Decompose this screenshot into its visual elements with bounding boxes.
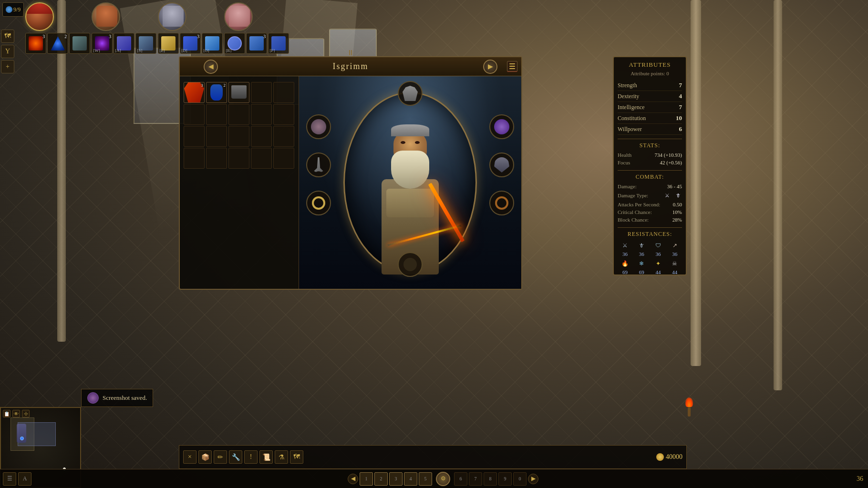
equip-slot-mainhand[interactable] bbox=[306, 152, 331, 177]
minimap-btn-1[interactable]: 📋 bbox=[3, 410, 10, 417]
skill-slot-4-3[interactable]: [F] bbox=[268, 33, 289, 54]
skill-slot-2-3[interactable]: [S] bbox=[135, 33, 156, 54]
char-nav-left[interactable]: ◀ bbox=[204, 60, 218, 74]
skill-slot-3-1[interactable]: [E] bbox=[158, 33, 179, 54]
hotbar-slot-4[interactable]: 4 bbox=[404, 472, 417, 486]
inv-slot-18[interactable] bbox=[228, 148, 249, 169]
ring-icon-2 bbox=[495, 196, 508, 210]
panel-top-ornament: ⏸ bbox=[347, 49, 354, 57]
skill-slot-4-1[interactable]: [R] bbox=[224, 33, 245, 54]
inv-slot-2[interactable]: 2 bbox=[206, 82, 227, 103]
inv-slot-7[interactable] bbox=[206, 104, 227, 125]
action-btn-chest[interactable]: 📦 bbox=[198, 450, 212, 464]
skills-row-2: 3 [W] [A] [S] bbox=[92, 33, 156, 54]
list-line-3 bbox=[509, 68, 515, 69]
combat-title: COMBAT: bbox=[618, 170, 682, 181]
resist-slash-val: 36 bbox=[622, 251, 628, 257]
hotbar-slot-3[interactable]: 3 bbox=[389, 472, 403, 486]
resist-lightning-val: 44 bbox=[655, 269, 661, 275]
skill-slot-3-3[interactable]: [O] bbox=[202, 33, 223, 54]
action-btn-sort[interactable]: 🔧 bbox=[229, 450, 242, 464]
item-count-1: 3 bbox=[201, 83, 204, 88]
action-btn-exclaim[interactable]: ! bbox=[244, 450, 258, 464]
skill-key-3-1: [E] bbox=[159, 48, 165, 53]
resist-lightning: ✦ 44 bbox=[653, 259, 663, 275]
hotbar-slot-1[interactable]: 1 bbox=[360, 472, 373, 486]
hotbar-menu-btn[interactable]: ☰ bbox=[3, 472, 16, 486]
portrait-4[interactable] bbox=[224, 2, 253, 31]
inv-slot-19[interactable] bbox=[251, 148, 272, 169]
equip-slot-boots[interactable] bbox=[398, 252, 423, 277]
equip-slot-helm[interactable] bbox=[398, 81, 423, 106]
minimap-btn-3[interactable]: ☩ bbox=[22, 410, 30, 417]
skill-slot-1-3[interactable] bbox=[69, 33, 90, 54]
inv-slot-6[interactable] bbox=[184, 104, 205, 125]
hotbar-char-btn[interactable]: A bbox=[18, 472, 31, 486]
skill-slot-1-2[interactable]: 2 bbox=[47, 33, 68, 54]
hotbar-slot-5[interactable]: 5 bbox=[419, 472, 432, 486]
inv-slot-5[interactable] bbox=[273, 82, 294, 103]
hotbar-slot-2[interactable]: 2 bbox=[374, 472, 388, 486]
inv-slot-9[interactable] bbox=[251, 104, 272, 125]
portrait-3[interactable] bbox=[158, 2, 186, 31]
inv-slot-14[interactable] bbox=[251, 126, 272, 147]
stat-constitution: Constitution 10 bbox=[618, 113, 682, 124]
minimap-item-icon bbox=[13, 420, 30, 446]
skill-slot-3-2[interactable]: 3 [D] bbox=[180, 33, 201, 54]
action-btn-map[interactable]: 🗺 bbox=[290, 450, 303, 464]
strength-value: 7 bbox=[679, 81, 682, 89]
equip-slot-ring1[interactable] bbox=[306, 191, 331, 215]
inv-slot-8[interactable] bbox=[228, 104, 249, 125]
hotbar-slot-7[interactable]: 7 bbox=[469, 472, 482, 486]
skill-slot-1-1[interactable]: 3 bbox=[25, 33, 46, 54]
hotbar-center-btn[interactable]: ⚙ bbox=[436, 472, 450, 486]
inv-slot-12[interactable] bbox=[206, 126, 227, 147]
resist-arrow: ↗ 36 bbox=[670, 241, 680, 257]
equip-slot-offhand[interactable] bbox=[489, 152, 514, 177]
bottom-hotbar: ☰ A ◀ 1 2 3 4 5 ⚙ 6 7 8 9 0 ▶ 36 bbox=[0, 469, 868, 488]
action-btn-edit[interactable]: ✏ bbox=[214, 450, 227, 464]
skill-slot-2-1[interactable]: 3 [W] bbox=[92, 33, 113, 54]
inv-slot-17[interactable] bbox=[206, 148, 227, 169]
dwarf-eye-right bbox=[415, 141, 420, 144]
resist-fire: 🔥 69 bbox=[620, 259, 630, 275]
ap-icon bbox=[6, 6, 12, 13]
skill-slot-2-2[interactable]: [A] bbox=[114, 33, 134, 54]
hotbar-nav-right[interactable]: ▶ bbox=[528, 474, 538, 484]
resist-title: RESISTANCES: bbox=[618, 227, 682, 238]
hotbar-slot-9[interactable]: 9 bbox=[498, 472, 512, 486]
hotbar-slot-8[interactable]: 8 bbox=[484, 472, 497, 486]
dexterity-value: 4 bbox=[679, 92, 682, 100]
inv-slot-15[interactable] bbox=[273, 126, 294, 147]
equip-slot-ring2[interactable] bbox=[489, 191, 514, 215]
equip-slot-shoulders[interactable] bbox=[489, 114, 514, 139]
hotbar-slot-0[interactable]: 0 bbox=[513, 472, 527, 486]
inv-slot-16[interactable] bbox=[184, 148, 205, 169]
inv-slot-13[interactable] bbox=[228, 126, 249, 147]
list-icon[interactable] bbox=[507, 61, 517, 71]
inv-slot-1[interactable]: 3 bbox=[184, 82, 205, 103]
portrait-2[interactable] bbox=[92, 2, 120, 31]
inv-slot-3[interactable] bbox=[228, 82, 249, 103]
minimap-btn-2[interactable]: 👁 bbox=[12, 410, 20, 417]
inv-slot-4[interactable] bbox=[251, 82, 272, 103]
portrait-1[interactable] bbox=[25, 2, 54, 31]
equip-slot-amulet[interactable] bbox=[306, 114, 331, 139]
char-panel-header: ◀ ⏸ Isgrimm ▶ × bbox=[180, 57, 521, 76]
skill-key-2-3: [S] bbox=[137, 48, 142, 53]
minimap-player-marker bbox=[20, 437, 24, 440]
inv-slot-11[interactable] bbox=[184, 126, 205, 147]
action-btn-potion[interactable]: ⚗ bbox=[275, 450, 288, 464]
hotbar-right: 36 bbox=[852, 475, 868, 483]
skill-slot-4-2[interactable]: 3 bbox=[246, 33, 267, 54]
hotbar-slot-6[interactable]: 6 bbox=[454, 472, 467, 486]
focus-value: 42 (+0.56) bbox=[660, 160, 682, 165]
resist-poison: ☠ 44 bbox=[670, 259, 680, 275]
action-btn-scroll[interactable]: 📜 bbox=[259, 450, 273, 464]
health-value: 734 (+10.93) bbox=[654, 152, 682, 158]
inv-slot-10[interactable] bbox=[273, 104, 294, 125]
char-nav-right[interactable]: ▶ bbox=[483, 60, 497, 74]
hotbar-nav-left[interactable]: ◀ bbox=[348, 474, 358, 484]
inv-slot-20[interactable] bbox=[273, 148, 294, 169]
action-btn-cancel[interactable]: × bbox=[183, 450, 196, 464]
